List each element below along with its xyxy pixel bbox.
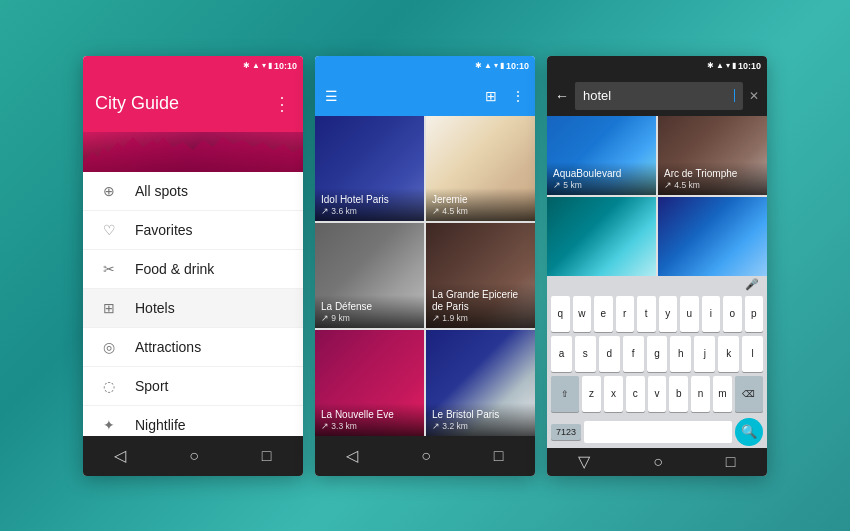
favorites-label: Favorites <box>135 222 193 238</box>
search-back-icon[interactable]: ← <box>555 88 569 104</box>
home-button3[interactable]: ○ <box>653 453 663 471</box>
idol-hotel-dist: ↗ 3.6 km <box>321 206 418 216</box>
wifi-icon: ▾ <box>262 61 266 70</box>
battery-icon2: ▮ <box>500 61 504 70</box>
navigation-menu: ⊕ All spots ♡ Favorites ✂ Food & drink ⊞… <box>83 172 303 436</box>
key-r[interactable]: r <box>616 296 635 332</box>
key-l[interactable]: l <box>742 336 763 372</box>
idol-hotel-overlay: Idol Hotel Paris ↗ 3.6 km <box>315 188 424 221</box>
home-button2[interactable]: ○ <box>421 447 431 465</box>
key-e[interactable]: e <box>594 296 613 332</box>
aqua-overlay: AquaBoulevard ↗ 5 km <box>547 162 656 195</box>
key-a[interactable]: a <box>551 336 572 372</box>
key-delete[interactable]: ⌫ <box>735 376 763 412</box>
menu-item-hotels[interactable]: ⊞ Hotels <box>83 289 303 328</box>
keyboard-keys: q w e r t y u i o p a s d f g <box>547 294 767 416</box>
mic-icon[interactable]: 🎤 <box>745 278 759 291</box>
result-arc-triomphe[interactable]: Arc de Triomphe ↗ 4.5 km <box>658 116 767 195</box>
key-q[interactable]: q <box>551 296 570 332</box>
result-water[interactable] <box>547 197 656 276</box>
city-image-banner <box>83 132 303 172</box>
recents-button2[interactable]: □ <box>494 447 504 465</box>
key-z[interactable]: z <box>582 376 601 412</box>
nightlife-icon: ✦ <box>99 417 119 433</box>
key-n[interactable]: n <box>691 376 710 412</box>
key-row-3: ⇧ z x c v b n m ⌫ <box>551 376 763 412</box>
nightlife-label: Nightlife <box>135 417 186 433</box>
aqua-dist: ↗ 5 km <box>553 180 650 190</box>
grid-item-defense[interactable]: La Défense ↗ 9 km <box>315 223 424 328</box>
phone2-time: 10:10 <box>506 61 529 71</box>
key-h[interactable]: h <box>670 336 691 372</box>
key-j[interactable]: j <box>694 336 715 372</box>
grid-item-grande-epicerie[interactable]: La Grande Epicerie de Paris ↗ 1.9 km <box>426 223 535 328</box>
nouvelle-title: La Nouvelle Eve <box>321 409 418 421</box>
all-spots-icon: ⊕ <box>99 183 119 199</box>
search-clear-icon[interactable]: ✕ <box>749 89 759 103</box>
key-w[interactable]: w <box>573 296 592 332</box>
phone2-status-icons: ✱ ▲ ▾ ▮ 10:10 <box>475 61 529 71</box>
key-c[interactable]: c <box>626 376 645 412</box>
phone1-time: 10:10 <box>274 61 297 71</box>
app-title: City Guide <box>95 93 273 114</box>
dots-icon[interactable]: ⋮ <box>511 88 525 104</box>
key-v[interactable]: v <box>648 376 667 412</box>
phone1-bottom-nav: ◁ ○ □ <box>83 436 303 476</box>
nouvelle-overlay: La Nouvelle Eve ↗ 3.3 km <box>315 403 424 436</box>
bottom-text-field[interactable] <box>584 421 732 443</box>
num-switch-button[interactable]: 7123 <box>551 424 581 440</box>
back-button2[interactable]: ◁ <box>346 446 358 465</box>
phone2-screen: ✱ ▲ ▾ ▮ 10:10 ☰ ⊞ ⋮ Idol Hotel Paris ↗ 3… <box>315 56 535 476</box>
key-b[interactable]: b <box>669 376 688 412</box>
grid-item-bristol[interactable]: Le Bristol Paris ↗ 3.2 km <box>426 330 535 435</box>
key-x[interactable]: x <box>604 376 623 412</box>
key-k[interactable]: k <box>718 336 739 372</box>
back-button3[interactable]: ▽ <box>578 452 590 471</box>
phone3-status-icons: ✱ ▲ ▾ ▮ 10:10 <box>707 61 761 71</box>
key-i[interactable]: i <box>702 296 721 332</box>
grid-item-idol-hotel[interactable]: Idol Hotel Paris ↗ 3.6 km <box>315 116 424 221</box>
key-t[interactable]: t <box>637 296 656 332</box>
battery-icon3: ▮ <box>732 61 736 70</box>
water-image <box>547 197 656 276</box>
menu-dots-icon[interactable]: ⋮ <box>273 93 291 115</box>
menu-item-nightlife[interactable]: ✦ Nightlife <box>83 406 303 436</box>
search-input-container[interactable]: hotel <box>575 82 743 110</box>
key-d[interactable]: d <box>599 336 620 372</box>
back-icon[interactable]: ☰ <box>325 88 338 104</box>
menu-item-attractions[interactable]: ◎ Attractions <box>83 328 303 367</box>
key-f[interactable]: f <box>623 336 644 372</box>
result-blue[interactable] <box>658 197 767 276</box>
menu-item-sport[interactable]: ◌ Sport <box>83 367 303 406</box>
key-g[interactable]: g <box>647 336 668 372</box>
phone1-screen: ✱ ▲ ▾ ▮ 10:10 City Guide ⋮ ⊕ All spots ♡… <box>83 56 303 476</box>
jeremie-dist: ↗ 4.5 km <box>432 206 529 216</box>
defense-overlay: La Défense ↗ 9 km <box>315 295 424 328</box>
grid-item-jeremie[interactable]: Jeremie ↗ 4.5 km <box>426 116 535 221</box>
phone3-time: 10:10 <box>738 61 761 71</box>
result-aquaboulevard[interactable]: AquaBoulevard ↗ 5 km <box>547 116 656 195</box>
key-s[interactable]: s <box>575 336 596 372</box>
home-button[interactable]: ○ <box>189 447 199 465</box>
mic-row: 🎤 <box>547 276 767 294</box>
wifi-icon3: ▾ <box>726 61 730 70</box>
grid-item-nouvelle-eve[interactable]: La Nouvelle Eve ↗ 3.3 km <box>315 330 424 435</box>
menu-item-favorites[interactable]: ♡ Favorites <box>83 211 303 250</box>
menu-item-all-spots[interactable]: ⊕ All spots <box>83 172 303 211</box>
key-y[interactable]: y <box>659 296 678 332</box>
back-button[interactable]: ◁ <box>114 446 126 465</box>
key-o[interactable]: o <box>723 296 742 332</box>
nouvelle-dist: ↗ 3.3 km <box>321 421 418 431</box>
key-shift[interactable]: ⇧ <box>551 376 579 412</box>
recents-button3[interactable]: □ <box>726 453 736 471</box>
key-m[interactable]: m <box>713 376 732 412</box>
sport-label: Sport <box>135 378 168 394</box>
signal-icon3: ▲ <box>716 61 724 70</box>
keyboard-search-button[interactable]: 🔍 <box>735 418 763 446</box>
key-p[interactable]: p <box>745 296 764 332</box>
menu-item-food-drink[interactable]: ✂ Food & drink <box>83 250 303 289</box>
key-u[interactable]: u <box>680 296 699 332</box>
places-grid: Idol Hotel Paris ↗ 3.6 km Jeremie ↗ 4.5 … <box>315 116 535 436</box>
recents-button[interactable]: □ <box>262 447 272 465</box>
view-icon[interactable]: ⊞ <box>485 88 497 104</box>
